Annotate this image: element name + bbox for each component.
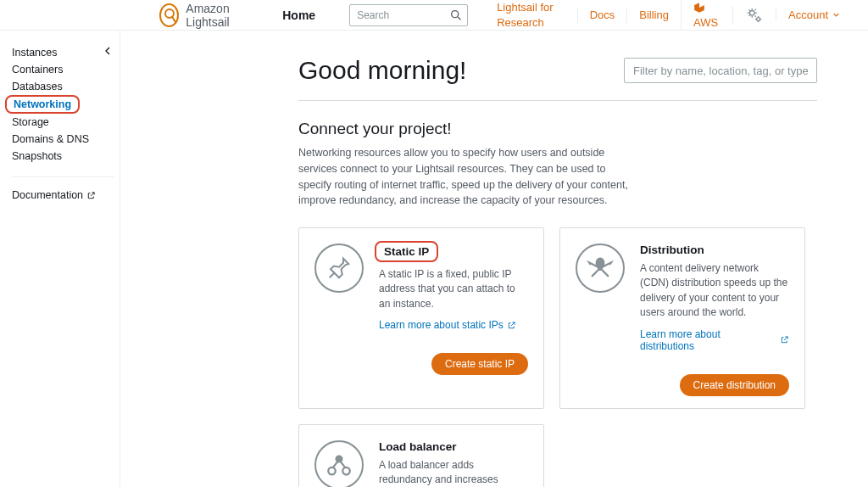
lightsail-logo-icon [159,3,179,27]
top-nav: Amazon Lightsail Home Lightsail for Rese… [0,0,868,31]
card-text-distribution: A content delivery network (CDN) distrib… [640,261,789,321]
sidebar-separator [12,176,114,177]
svg-line-4 [330,272,335,277]
svg-point-2 [750,10,755,15]
nav-links: Lightsail for Research Docs Billing AWS [485,0,732,31]
section-description: Networking resources allow you to specif… [298,145,637,209]
sidebar-documentation-label: Documentation [12,189,83,201]
sidebar-item-databases[interactable]: Databases [12,78,63,95]
sidebar-item-snapshots[interactable]: Snapshots [12,148,62,165]
svg-line-13 [333,461,338,467]
distribution-icon [576,244,625,293]
brand-name: Amazon Lightsail [186,2,259,29]
card-text-load-balancer: A load balancer adds redundancy and incr… [379,458,528,487]
card-distribution: Distribution A content delivery network … [559,227,805,409]
docs-link[interactable]: Docs [577,8,627,23]
section-title: Connect your project! [298,120,817,138]
research-link[interactable]: Lightsail for Research [485,0,577,31]
billing-link[interactable]: Billing [626,8,681,23]
svg-point-3 [757,17,760,20]
home-link[interactable]: Home [282,8,315,22]
sidebar-item-domains[interactable]: Domains & DNS [12,131,89,148]
sidebar: Instances Containers Databases Networkin… [0,31,120,487]
svg-line-8 [592,268,600,277]
aws-link[interactable]: AWS [681,0,732,31]
gears-icon [745,6,764,25]
external-link-icon [780,335,789,344]
sidebar-item-instances[interactable]: Instances [12,44,58,61]
create-distribution-button[interactable]: Create distribution [680,374,789,396]
sidebar-item-networking[interactable]: Networking [5,95,80,114]
page-greeting: Good morning! [298,56,466,85]
load-balancer-icon [314,440,364,487]
sidebar-documentation-link[interactable]: Documentation [12,189,114,201]
pin-icon [314,244,364,293]
account-dropdown[interactable]: Account [776,8,853,21]
card-load-balancer: Load balancer A load balancer adds redun… [298,424,544,487]
sidebar-item-storage[interactable]: Storage [12,114,49,131]
search-input[interactable] [349,4,468,26]
brand[interactable]: Amazon Lightsail [159,2,259,29]
svg-line-14 [340,461,345,467]
external-link-icon [86,191,96,200]
sidebar-list: Instances Containers Databases Networkin… [12,44,114,165]
chevron-down-icon [832,10,841,20]
card-text-static-ip: A static IP is a fixed, public IP addres… [379,267,528,311]
search-wrap [349,4,468,26]
create-static-ip-button[interactable]: Create static IP [431,353,528,375]
svg-point-12 [342,467,350,474]
svg-line-9 [600,268,609,277]
learn-link-distribution[interactable]: Learn more about distributions [640,328,789,352]
cube-icon [693,2,705,14]
collapse-sidebar-icon[interactable] [101,44,114,58]
svg-point-11 [328,467,336,474]
main-content: Good morning! Connect your project! Netw… [120,31,868,487]
filter-input[interactable] [624,58,817,83]
divider [298,100,817,101]
account-label: Account [788,8,828,21]
aws-link-label: AWS [693,16,718,29]
card-static-ip: Static IP A static IP is a fixed, public… [298,227,544,409]
sidebar-item-containers[interactable]: Containers [12,61,63,78]
card-title-distribution: Distribution [640,244,704,256]
external-link-icon [507,321,516,330]
settings-button[interactable] [732,6,776,25]
card-title-static-ip: Static IP [375,241,438,262]
card-title-load-balancer: Load balancer [379,440,457,453]
learn-link-static-ip[interactable]: Learn more about static IPs [379,319,516,331]
